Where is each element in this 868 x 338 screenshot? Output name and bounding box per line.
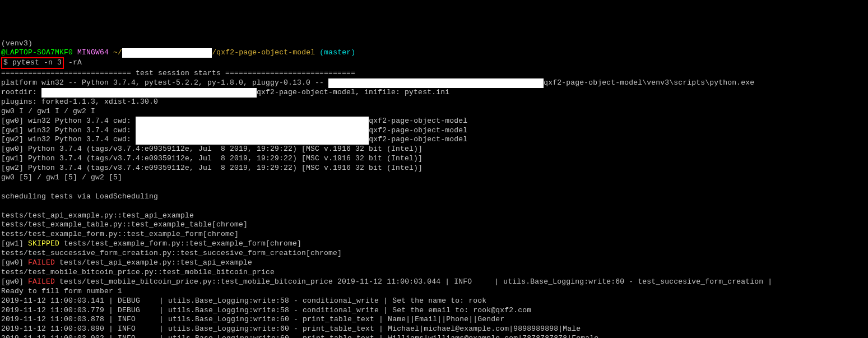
log-ts-2: 2019-11-12 11:00:03.878: [1, 315, 104, 323]
plugins-line: plugins: forked-1.1.3, xdist-1.30.0: [1, 98, 158, 106]
test-line-2: tests/test_example_table.py::test_exampl…: [1, 220, 248, 229]
gw-init-line: gw0 I / gw1 I / gw2 I: [1, 107, 95, 115]
log-lvl-1: DEBUG: [118, 306, 159, 316]
prompt-path-visible: /qxf2-page-object-model: [212, 48, 315, 57]
redacted-cwd-0: ████████████████████████████████████████…: [136, 117, 369, 126]
python-version-1: [gw1] Python 3.7.4 (tags/v3.7.4:e0935911…: [1, 154, 423, 163]
failed1-test: tests/test_api_example.py::test_api_exam…: [55, 258, 252, 267]
worker-cwd-0-prefix: [gw0] win32 Python 3.7.4 cwd:: [1, 117, 136, 125]
highlight-command-box: $ pytest -n 3: [1, 57, 64, 69]
skipped-test: tests/test_example_form.py::test_example…: [59, 239, 301, 248]
python-version-0: [gw0] Python 3.7.4 (tags/v3.7.4:e0935911…: [1, 145, 423, 153]
platform-line-before: platform win32 -- Python 3.7.4, pytest-5…: [1, 78, 328, 87]
redacted-path: ████████████████████: [122, 48, 212, 58]
worker-cwd-0-tail: qxf2-page-object-model: [369, 117, 467, 125]
python-version-2: [gw2] Python 3.7.4 (tags/v3.7.4:e0935911…: [1, 164, 423, 172]
redacted-rootdir: ████████████████████████████████████████…: [41, 88, 257, 98]
log-ts-4: 2019-11-12 11:00:03.902: [1, 334, 104, 338]
pytest-flags: -rA: [64, 58, 82, 67]
scheduling-line: scheduling tests via LoadScheduling: [1, 192, 158, 201]
skipped-label: SKIPPED: [28, 239, 59, 248]
skipped-worker: [gw1]: [1, 239, 28, 248]
prompt-shell: MINGW64: [77, 48, 109, 57]
failed2-worker: [gw0]: [1, 277, 28, 286]
log-msg-1: utils.Base_Logging:write:58 - conditiona…: [168, 306, 531, 314]
worker-cwd-2-prefix: [gw2] win32 Python 3.7.4 cwd:: [1, 135, 136, 143]
log-lvl-4: INFO: [118, 334, 159, 338]
prompt-branch: (master): [319, 48, 355, 57]
dollar-sign: $: [3, 58, 12, 67]
failed1-worker: [gw0]: [1, 258, 28, 267]
test-line-3: tests/test_example_form.py::test_example…: [1, 230, 239, 238]
log-ts-0: 2019-11-12 11:00:03.141: [1, 297, 104, 305]
redacted-path-platform: ████████████████████████████████████████…: [328, 78, 544, 88]
pytest-command: pytest -n 3: [12, 58, 62, 67]
gw-counts: gw0 [5] / gw1 [5] / gw2 [5]: [1, 173, 122, 182]
rootdir-after: qxf2-page-object-model, inifile: pytest.…: [257, 88, 449, 96]
prompt-path-prefix: ~/: [113, 48, 122, 57]
log-lvl-2: INFO: [118, 315, 159, 325]
redacted-cwd-1: ████████████████████████████████████████…: [136, 126, 369, 136]
log-lvl-3: INFO: [118, 325, 159, 334]
redacted-cwd-2: ████████████████████████████████████████…: [136, 135, 369, 145]
rootdir-label: rootdir:: [1, 88, 41, 96]
worker-cwd-1-tail: qxf2-page-object-model: [369, 126, 467, 135]
ready-line: Ready to fill form number 1: [1, 287, 122, 295]
log-msg-4: utils.Base_Logging:write:60 - print_tabl…: [168, 334, 598, 338]
terminal-output: (venv3) @LAPTOP-SOA7MKF0 MINGW64 ~/█████…: [1, 39, 867, 338]
log-ts-1: 2019-11-12 11:00:03.779: [1, 306, 104, 314]
worker-cwd-1-prefix: [gw1] win32 Python 3.7.4 cwd:: [1, 126, 136, 135]
log-msg-2: utils.Base_Logging:write:60 - print_tabl…: [168, 315, 504, 323]
venv-line: (venv3): [1, 39, 33, 48]
test-line-4: tests/test_successive_form_creation.py::…: [1, 249, 342, 257]
log-lvl-0: DEBUG: [118, 297, 159, 306]
session-header: ============================= test sessi…: [1, 69, 355, 77]
test-line-5: tests/test_mobile_bitcoin_price.py::test…: [1, 268, 275, 276]
log-msg-0: utils.Base_Logging:write:58 - conditiona…: [168, 297, 486, 305]
log-msg-3: utils.Base_Logging:write:60 - print_tabl…: [168, 325, 581, 333]
platform-line-after: qxf2-page-object-model\venv3\scripts\pyt…: [544, 78, 754, 87]
failed1-label: FAILED: [28, 258, 55, 267]
failed2-label: FAILED: [28, 277, 55, 286]
prompt-userhost: @LAPTOP-SOA7MKF0: [1, 48, 73, 57]
failed2-test: tests/test_mobile_bitcoin_price.py::test…: [55, 277, 772, 286]
log-ts-3: 2019-11-12 11:00:03.890: [1, 325, 104, 333]
worker-cwd-2-tail: qxf2-page-object-model: [369, 135, 467, 143]
test-line-1: tests/test_api_example.py::test_api_exam…: [1, 211, 194, 220]
